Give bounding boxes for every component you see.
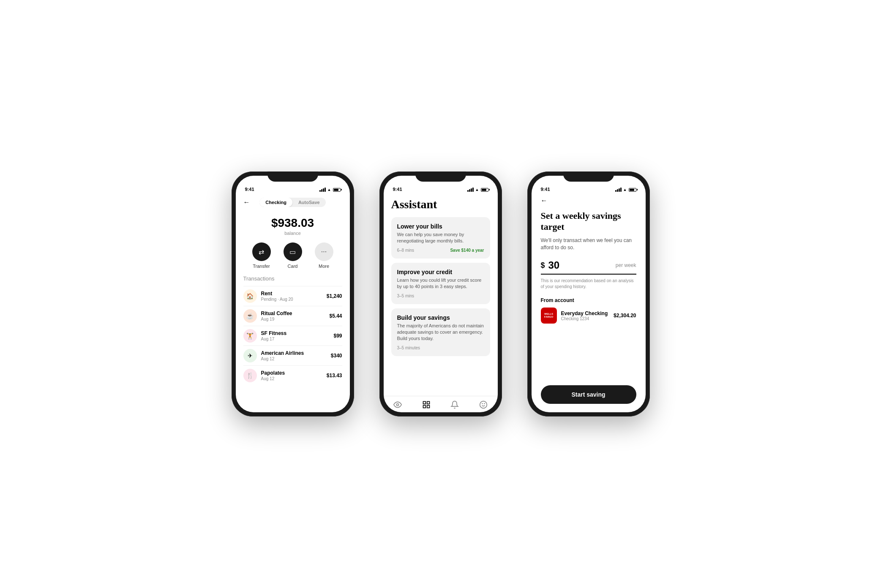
transfer-label: Transfer — [253, 264, 270, 269]
more-icon: ··· — [315, 242, 333, 261]
screen3-content: ← Set a weekly savings target We'll only… — [532, 194, 646, 412]
notch-3 — [563, 172, 614, 182]
assistant-card-credit[interactable]: Improve your credit Learn how you could … — [391, 263, 490, 304]
transaction-info-rent: Rent Pending · Aug 20 — [261, 291, 322, 302]
battery-icon-2 — [481, 188, 488, 192]
more-label: More — [319, 264, 329, 269]
card-button[interactable]: ▭ Card — [284, 242, 302, 269]
notch — [267, 172, 318, 182]
more-button[interactable]: ··· More — [315, 242, 333, 269]
transaction-airlines[interactable]: ✈ American Airlines Aug 12 $340 — [243, 346, 342, 365]
savings-note: This is our recommendation based on an a… — [541, 278, 636, 290]
transaction-fitness[interactable]: 🏋 SF Fitness Aug 17 $99 — [243, 326, 342, 346]
balance-label: balance — [236, 231, 350, 236]
transaction-info-airlines: American Airlines Aug 12 — [261, 350, 327, 361]
wifi-icon-3: ▲ — [623, 188, 627, 192]
transfer-button[interactable]: ⇄ Transfer — [252, 242, 271, 269]
status-time-3: 9:41 — [541, 187, 550, 192]
savings-per-week: per week — [616, 262, 636, 268]
transaction-icon-papolates: 🍴 — [243, 369, 257, 382]
card-label: Card — [288, 264, 298, 269]
status-icons-1: ▲ — [319, 188, 341, 192]
transaction-info-fitness: SF Fitness Aug 17 — [261, 330, 330, 341]
transactions-title: Transactions — [243, 275, 342, 282]
tab-group-1: Checking AutoSave — [259, 198, 325, 207]
phone-savings-target: 9:41 ▲ ← Set a weekl — [527, 172, 650, 416]
wifi-icon-1: ▲ — [327, 188, 331, 192]
svg-rect-3 — [423, 406, 425, 408]
nav-item-grid[interactable] — [422, 400, 431, 409]
savings-currency: $ — [541, 261, 545, 270]
svg-rect-4 — [427, 406, 429, 408]
status-time-1: 9:41 — [245, 187, 254, 192]
account-balance: $2,304.20 — [614, 313, 636, 318]
signal-bars-3 — [615, 188, 622, 192]
tab-checking[interactable]: Checking — [259, 198, 292, 207]
balance-amount: $938.03 — [236, 216, 350, 230]
phone-checking: 9:41 ▲ ← — [232, 172, 354, 416]
svg-rect-1 — [423, 402, 425, 404]
nav-item-face[interactable] — [479, 400, 488, 409]
notch-2 — [415, 172, 466, 182]
assistant-card-bills[interactable]: Lower your bills We can help you save mo… — [391, 217, 490, 259]
from-account-label: From account — [541, 297, 636, 303]
wifi-icon-2: ▲ — [475, 188, 479, 192]
svg-rect-2 — [427, 402, 429, 404]
savings-input-row: $ 30 per week — [541, 259, 636, 275]
screen3-desc: We'll only transact when we feel you can… — [541, 237, 636, 251]
savings-amount[interactable]: 30 — [548, 259, 560, 271]
transaction-icon-coffee: ☕ — [243, 309, 257, 323]
account-number: Checking 1234 — [561, 316, 610, 321]
transaction-info-coffee: Ritual Coffee Aug 19 — [261, 310, 325, 321]
battery-icon-1 — [333, 188, 341, 192]
screen3-wrapper: ← Set a weekly savings target We'll only… — [532, 194, 646, 412]
status-time-2: 9:41 — [393, 187, 402, 192]
transfer-icon: ⇄ — [252, 242, 271, 261]
transaction-rent[interactable]: 🏠 Rent Pending · Aug 20 $1,240 — [243, 286, 342, 306]
transaction-icon-airlines: ✈ — [243, 349, 257, 362]
assistant-title: Assistant — [391, 198, 490, 211]
screen3-title: Set a weekly savings target — [541, 210, 636, 233]
signal-bars-1 — [319, 188, 326, 192]
balance-section: $938.03 balance — [236, 212, 350, 242]
nav-item-eye[interactable] — [393, 400, 402, 409]
account-name: Everyday Checking — [561, 310, 610, 316]
tab-autosave[interactable]: AutoSave — [292, 198, 326, 207]
start-saving-button[interactable]: Start saving — [541, 385, 636, 404]
transactions-section: Transactions 🏠 Rent Pending · Aug 20 $1,… — [236, 275, 350, 412]
screen1-header: ← Checking AutoSave — [236, 194, 350, 212]
bottom-nav — [384, 396, 498, 412]
transaction-icon-fitness: 🏋 — [243, 329, 257, 343]
status-icons-2: ▲ — [467, 188, 488, 192]
action-buttons: ⇄ Transfer ▭ Card ··· More — [236, 242, 350, 275]
wells-fargo-logo: WELLSFARGO — [541, 308, 557, 324]
back-button-1[interactable]: ← — [243, 199, 250, 206]
battery-icon-3 — [629, 188, 636, 192]
phone-assistant: 9:41 ▲ Assistant — [379, 172, 502, 416]
transaction-coffee[interactable]: ☕ Ritual Coffee Aug 19 $5.44 — [243, 306, 342, 326]
screen1-content: ← Checking AutoSave $938.03 balance ⇄ Tr… — [236, 194, 350, 412]
screen2-content: Assistant Lower your bills We can help y… — [384, 194, 498, 412]
account-row: WELLSFARGO Everyday Checking Checking 12… — [541, 308, 636, 324]
account-info: Everyday Checking Checking 1234 — [561, 310, 610, 321]
assistant-card-savings[interactable]: Build your savings The majority of Ameri… — [391, 308, 490, 356]
assistant-scroll: Assistant Lower your bills We can help y… — [384, 194, 498, 396]
nav-item-bell[interactable] — [450, 400, 459, 409]
transaction-info-papolates: Papolates Aug 12 — [261, 370, 322, 381]
card-icon: ▭ — [284, 242, 302, 261]
back-button-3[interactable]: ← — [541, 194, 636, 210]
transaction-icon-rent: 🏠 — [243, 289, 257, 303]
transaction-papolates[interactable]: 🍴 Papolates Aug 12 $13.43 — [243, 365, 342, 385]
signal-bars-2 — [467, 188, 474, 192]
svg-point-5 — [480, 401, 487, 408]
status-icons-3: ▲ — [615, 188, 636, 192]
svg-point-0 — [397, 404, 399, 406]
